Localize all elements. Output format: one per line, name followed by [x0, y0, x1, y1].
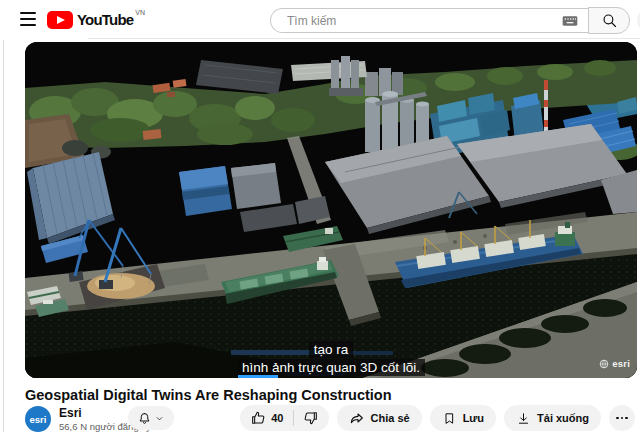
video-player[interactable]: esri tạo ra hình ảnh trực quan 3D cốt lõ…: [25, 42, 637, 378]
hamburger-menu-icon[interactable]: [20, 12, 36, 26]
notification-bell-button[interactable]: [128, 406, 174, 430]
progress-bar-segment[interactable]: [238, 375, 278, 378]
channel-name[interactable]: Esri: [59, 406, 82, 420]
save-label: Lưu: [463, 412, 484, 424]
search-button[interactable]: [588, 7, 630, 34]
chevron-down-icon: [154, 413, 165, 424]
keyboard-icon[interactable]: [562, 15, 578, 27]
thumb-up-icon: [250, 410, 266, 426]
share-label: Chia sẻ: [371, 412, 410, 424]
dislike-button[interactable]: [303, 410, 319, 426]
youtube-logo[interactable]: YouTube VN: [47, 10, 145, 30]
esri-watermark: esri: [599, 358, 630, 369]
download-icon: [516, 411, 531, 426]
bell-icon: [137, 411, 152, 426]
pill-divider: [293, 410, 294, 426]
search-box[interactable]: [270, 8, 588, 33]
share-button[interactable]: Chia sẻ: [337, 405, 422, 431]
esri-watermark-text: esri: [612, 358, 630, 369]
share-icon: [349, 410, 365, 426]
youtube-play-icon: [47, 11, 73, 29]
window-edge-line: [3, 0, 4, 432]
download-label: Tải xuống: [537, 412, 589, 424]
search-area: [270, 7, 640, 34]
more-actions-button[interactable]: [609, 405, 635, 431]
like-button[interactable]: 40: [250, 410, 283, 426]
download-button[interactable]: Tải xuống: [504, 405, 601, 431]
youtube-logo-text: YouTube: [77, 10, 133, 30]
like-count: 40: [271, 412, 283, 424]
top-header: YouTube VN: [0, 0, 640, 40]
search-input[interactable]: [285, 13, 562, 29]
esri-globe-icon: [599, 359, 609, 369]
thumb-down-icon: [303, 410, 319, 426]
bookmark-icon: [442, 411, 457, 426]
ellipsis-icon: [616, 417, 619, 420]
video-title: Geospatial Digital Twins Are Reshaping C…: [25, 387, 625, 403]
channel-avatar-text: esri: [30, 414, 47, 425]
channel-avatar[interactable]: esri: [25, 406, 51, 432]
youtube-region-label: VN: [135, 9, 145, 16]
action-button-row: 40 Chia sẻ Lưu Tải xuống: [240, 405, 635, 431]
save-button[interactable]: Lưu: [430, 405, 496, 431]
header-divider: [88, 38, 640, 39]
search-icon: [601, 12, 618, 29]
like-dislike-pill: 40: [240, 405, 328, 431]
video-scene: [25, 42, 637, 378]
